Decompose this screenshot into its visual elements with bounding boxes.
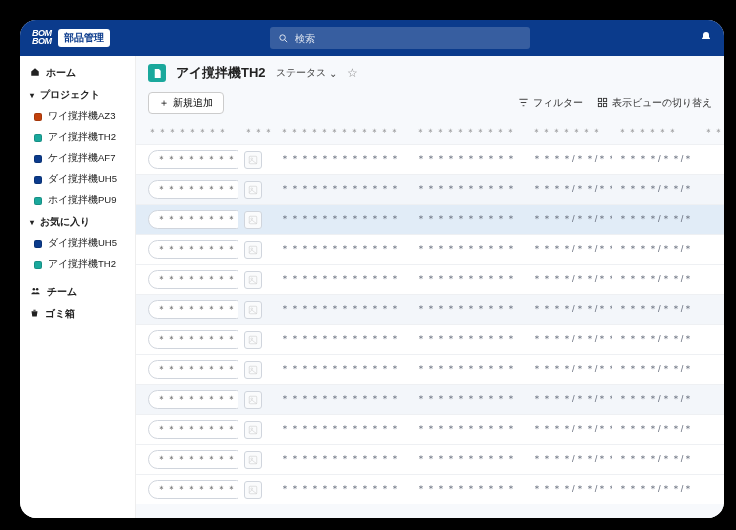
logo-mark: BOM BOM: [32, 30, 52, 45]
svg-point-13: [251, 217, 253, 219]
sidebar-item-label: アイ撹拌機TH2: [48, 258, 116, 271]
cell-date: ＊＊＊＊/＊＊/＊＊: [532, 483, 612, 496]
color-swatch: [34, 176, 42, 184]
cell-text: ＊＊＊＊＊＊＊＊＊＊: [416, 393, 526, 406]
cell-text: ＊＊＊＊＊＊＊＊＊＊＊＊: [280, 423, 410, 436]
cell-date: ＊＊＊＊/＊＊/＊＊: [532, 183, 612, 196]
cell-date: ＊＊＊＊/＊＊/＊: [618, 303, 698, 316]
svg-point-19: [251, 307, 253, 309]
image-placeholder-icon: [244, 211, 262, 229]
grid-icon: [597, 97, 608, 110]
cell-text: ＊＊＊＊＊＊＊＊＊＊: [416, 183, 526, 196]
favorite-item[interactable]: ダイ撹拌機UH5: [20, 233, 135, 254]
row-id-pill: ＊＊＊＊＊＊＊＊: [148, 180, 238, 199]
favorite-item[interactable]: アイ撹拌機TH2: [20, 254, 135, 275]
project-item[interactable]: ホイ撹拌機PU9: [20, 190, 135, 211]
sidebar-team[interactable]: チーム: [20, 281, 135, 303]
cell-date: ＊＊＊＊/＊＊/＊＊: [532, 393, 612, 406]
svg-rect-4: [598, 98, 601, 101]
toolbar: ＋ 新規追加 フィルター: [136, 88, 724, 120]
cell-text: ＊＊＊＊＊＊＊＊＊＊: [416, 303, 526, 316]
sidebar-item-label: ダイ撹拌機UH5: [48, 237, 117, 250]
row-id-pill: ＊＊＊＊＊＊＊＊: [148, 330, 238, 349]
svg-point-31: [251, 487, 253, 489]
project-item[interactable]: ワイ撹拌機AZ3: [20, 106, 135, 127]
search-field[interactable]: [270, 27, 530, 49]
logo-badge: 部品管理: [58, 29, 110, 47]
data-table: ＊＊＊＊＊＊＊＊ ＊＊＊ ＊＊＊＊＊＊＊＊＊＊＊＊ ＊＊＊＊＊＊＊＊＊＊ ＊＊＊…: [136, 120, 724, 518]
cell-text: ＊＊＊＊＊＊＊＊＊＊＊＊: [280, 273, 410, 286]
chevron-down-icon: ⌄: [329, 68, 337, 79]
cell-date: ＊＊＊＊/＊＊/＊: [618, 183, 698, 196]
cell-text: ＊＊＊＊＊＊＊＊＊＊: [416, 243, 526, 256]
table-row[interactable]: ＊＊＊＊＊＊＊＊＊＊＊＊＊＊＊＊＊＊＊＊＊＊＊＊＊＊＊＊＊＊＊＊＊＊/＊＊/＊＊…: [136, 204, 724, 234]
project-item[interactable]: ケイ撹拌機AF7: [20, 148, 135, 169]
cell-date: ＊＊＊＊/＊＊/＊: [618, 273, 698, 286]
status-dropdown[interactable]: ステータス ⌄: [276, 66, 337, 80]
row-id-pill: ＊＊＊＊＊＊＊＊: [148, 450, 238, 469]
svg-point-3: [36, 288, 39, 291]
svg-line-1: [284, 39, 287, 42]
project-item[interactable]: アイ撹拌機TH2: [20, 127, 135, 148]
cell-text: ＊＊＊＊＊＊＊＊＊＊: [416, 333, 526, 346]
table-row[interactable]: ＊＊＊＊＊＊＊＊＊＊＊＊＊＊＊＊＊＊＊＊＊＊＊＊＊＊＊＊＊＊＊＊＊＊/＊＊/＊＊…: [136, 264, 724, 294]
table-row[interactable]: ＊＊＊＊＊＊＊＊＊＊＊＊＊＊＊＊＊＊＊＊＊＊＊＊＊＊＊＊＊＊＊＊＊＊/＊＊/＊＊…: [136, 384, 724, 414]
svg-rect-7: [603, 103, 606, 106]
cell-text: ＊＊＊＊＊＊＊＊＊＊＊＊: [280, 453, 410, 466]
cell-text: ＊＊＊＊＊＊＊＊＊＊＊＊: [280, 333, 410, 346]
sidebar-home[interactable]: ホーム: [20, 62, 135, 84]
document-icon: [148, 64, 166, 82]
favorite-star[interactable]: ☆: [347, 66, 358, 80]
table-row[interactable]: ＊＊＊＊＊＊＊＊＊＊＊＊＊＊＊＊＊＊＊＊＊＊＊＊＊＊＊＊＊＊＊＊＊＊/＊＊/＊＊…: [136, 234, 724, 264]
sidebar-trash[interactable]: ゴミ箱: [20, 303, 135, 325]
table-row[interactable]: ＊＊＊＊＊＊＊＊＊＊＊＊＊＊＊＊＊＊＊＊＊＊＊＊＊＊＊＊＊＊＊＊＊＊/＊＊/＊＊…: [136, 144, 724, 174]
add-button[interactable]: ＋ 新規追加: [148, 92, 224, 114]
cell-date: ＊＊＊＊/＊＊/＊: [618, 333, 698, 346]
view-switch-button[interactable]: 表示ビューの切り替え: [597, 96, 712, 110]
color-swatch: [34, 134, 42, 142]
table-row[interactable]: ＊＊＊＊＊＊＊＊＊＊＊＊＊＊＊＊＊＊＊＊＊＊＊＊＊＊＊＊＊＊＊＊＊＊/＊＊/＊＊…: [136, 174, 724, 204]
cell-text: ＊＊＊＊＊＊＊＊＊＊: [416, 363, 526, 376]
table-row[interactable]: ＊＊＊＊＊＊＊＊＊＊＊＊＊＊＊＊＊＊＊＊＊＊＊＊＊＊＊＊＊＊＊＊＊＊/＊＊/＊＊…: [136, 474, 724, 504]
table-row[interactable]: ＊＊＊＊＊＊＊＊＊＊＊＊＊＊＊＊＊＊＊＊＊＊＊＊＊＊＊＊＊＊＊＊＊＊/＊＊/＊＊…: [136, 354, 724, 384]
row-id-pill: ＊＊＊＊＊＊＊＊: [148, 480, 238, 499]
table-row[interactable]: ＊＊＊＊＊＊＊＊＊＊＊＊＊＊＊＊＊＊＊＊＊＊＊＊＊＊＊＊＊＊＊＊＊＊/＊＊/＊＊…: [136, 324, 724, 354]
search-input[interactable]: [295, 33, 522, 44]
svg-rect-6: [598, 103, 601, 106]
project-item[interactable]: ダイ撹拌機UH5: [20, 169, 135, 190]
svg-rect-14: [249, 246, 257, 254]
image-placeholder-icon: [244, 361, 262, 379]
logo[interactable]: BOM BOM 部品管理: [32, 29, 110, 47]
svg-point-15: [251, 247, 253, 249]
sidebar: ホーム ▾ プロジェクト ワイ撹拌機AZ3アイ撹拌機TH2ケイ撹拌機AF7ダイ撹…: [20, 56, 136, 518]
row-id-pill: ＊＊＊＊＊＊＊＊: [148, 270, 238, 289]
table-row[interactable]: ＊＊＊＊＊＊＊＊＊＊＊＊＊＊＊＊＊＊＊＊＊＊＊＊＊＊＊＊＊＊＊＊＊＊/＊＊/＊＊…: [136, 294, 724, 324]
svg-rect-8: [249, 156, 257, 164]
cell-text: ＊＊＊＊＊＊＊＊＊＊＊＊: [280, 393, 410, 406]
table-row[interactable]: ＊＊＊＊＊＊＊＊＊＊＊＊＊＊＊＊＊＊＊＊＊＊＊＊＊＊＊＊＊＊＊＊＊＊/＊＊/＊＊…: [136, 414, 724, 444]
cell-date: ＊＊＊＊/＊＊/＊＊: [532, 153, 612, 166]
chevron-down-icon: ▾: [30, 218, 34, 227]
svg-rect-22: [249, 366, 257, 374]
filter-button[interactable]: フィルター: [518, 96, 583, 110]
sidebar-favorites-header[interactable]: ▾ お気に入り: [20, 211, 135, 233]
search-icon: [278, 33, 289, 44]
image-placeholder-icon: [244, 241, 262, 259]
sidebar-projects-header[interactable]: ▾ プロジェクト: [20, 84, 135, 106]
sidebar-item-label: ダイ撹拌機UH5: [48, 173, 117, 186]
cell-text: ＊＊＊＊＊＊＊＊＊＊: [416, 153, 526, 166]
table-row[interactable]: ＊＊＊＊＊＊＊＊＊＊＊＊＊＊＊＊＊＊＊＊＊＊＊＊＊＊＊＊＊＊＊＊＊＊/＊＊/＊＊…: [136, 444, 724, 474]
image-placeholder-icon: [244, 451, 262, 469]
cell-date: ＊＊＊＊/＊＊/＊＊: [532, 303, 612, 316]
row-id-pill: ＊＊＊＊＊＊＊＊: [148, 240, 238, 259]
row-id-pill: ＊＊＊＊＊＊＊＊: [148, 420, 238, 439]
bell-icon[interactable]: [700, 31, 712, 45]
svg-rect-5: [603, 98, 606, 101]
color-swatch: [34, 240, 42, 248]
cell-text: ＊＊＊＊＊＊＊＊＊＊＊＊: [280, 483, 410, 496]
cell-date: ＊＊＊＊/＊＊/＊＊: [532, 243, 612, 256]
svg-point-17: [251, 277, 253, 279]
cell-text: ＊＊＊＊＊＊＊＊＊＊: [416, 273, 526, 286]
cell-date: ＊＊＊＊/＊＊/＊＊: [532, 423, 612, 436]
cell-date: ＊＊＊＊/＊＊/＊＊: [532, 333, 612, 346]
